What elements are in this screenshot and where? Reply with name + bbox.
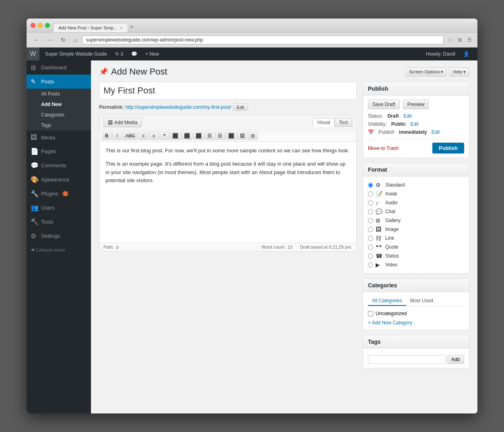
back-button[interactable]: ← <box>31 35 42 45</box>
most-used-tab[interactable]: Most Used <box>406 296 437 306</box>
home-button[interactable]: ⌂ <box>71 35 80 45</box>
bold-button[interactable]: B <box>102 132 112 140</box>
bookmark-icon[interactable]: ☆ <box>446 36 454 44</box>
screen-options-button[interactable]: Screen Options ▾ <box>405 67 447 77</box>
uncategorized-row: Uncategorized <box>368 309 464 318</box>
appearance-icon: 🎨 <box>31 176 39 183</box>
format-label-aside: Aside <box>385 191 397 197</box>
sidebar-item-plugins[interactable]: 🔧 Plugins 1 <box>27 187 91 201</box>
remove-link-button[interactable]: ⛓ <box>215 132 225 140</box>
admin-bar-user-avatar[interactable]: 👤 <box>459 48 473 60</box>
format-radio-aside[interactable] <box>368 191 373 197</box>
tags-input[interactable] <box>368 355 445 364</box>
permalink-url[interactable]: http://supersimplewebsiteguide.com/my-fi… <box>125 104 231 110</box>
visibility-edit-link[interactable]: Edit <box>410 121 419 127</box>
strikethrough-button[interactable]: ABC <box>123 132 138 140</box>
admin-bar-site-name[interactable]: Super Simple Website Guide <box>41 48 111 60</box>
format-radio-chat[interactable] <box>368 209 373 214</box>
format-radio-link[interactable] <box>368 236 373 241</box>
format-option-link[interactable]: ⛓ Link <box>368 234 464 243</box>
sidebar-subitem-tags[interactable]: Tags <box>27 120 91 131</box>
format-option-gallery[interactable]: ⊞ Gallery <box>368 216 464 225</box>
add-tag-button[interactable]: Add <box>447 355 464 364</box>
admin-bar-user-greeting[interactable]: Howdy, David <box>422 48 459 60</box>
maximize-button[interactable] <box>45 23 50 28</box>
align-left-button[interactable]: ⬛ <box>170 132 181 140</box>
align-center-button[interactable]: ⬛ <box>182 132 192 140</box>
sidebar-subitem-categories[interactable]: Categories <box>27 110 91 120</box>
address-bar[interactable] <box>82 35 444 44</box>
tab-close-icon[interactable]: ✕ <box>120 26 123 30</box>
tab-title: Add New Post ‹ Super Simp... <box>58 25 117 30</box>
sidebar-item-pages[interactable]: 📄 Pages <box>27 144 91 158</box>
new-tab-button[interactable]: + <box>128 22 135 32</box>
close-button[interactable] <box>31 23 35 28</box>
format-radio-status[interactable] <box>368 253 373 259</box>
format-option-image[interactable]: 🖼 Image <box>368 225 464 234</box>
save-draft-button[interactable]: Save Draft <box>368 100 400 109</box>
format-radio-quote[interactable] <box>368 245 373 250</box>
post-title-input[interactable] <box>99 82 357 100</box>
italic-button[interactable]: I <box>112 132 122 140</box>
format-radio-image[interactable] <box>368 227 373 232</box>
preview-button[interactable]: Preview <box>403 100 429 109</box>
permalink-edit-button[interactable]: Edit <box>233 104 248 111</box>
visual-tab[interactable]: Visual <box>313 118 335 127</box>
publish-button[interactable]: Publish <box>432 143 464 154</box>
format-option-quote[interactable]: ❝❝ Quote <box>368 243 464 251</box>
sidebar-subitem-add-new[interactable]: Add New <box>27 99 91 110</box>
fullscreen-button[interactable]: ⊞ <box>248 132 258 140</box>
audio-icon: ♪ <box>376 199 383 206</box>
move-to-trash-link[interactable]: Move to Trash <box>368 145 399 151</box>
extensions-icon[interactable]: ⊞ <box>456 36 464 44</box>
format-radio-standard[interactable] <box>368 183 373 188</box>
format-option-status[interactable]: ☎ Status <box>368 251 464 260</box>
sidebar-item-settings[interactable]: ⚙ Settings <box>27 229 91 243</box>
format-option-aside[interactable]: 📝 Aside <box>368 189 464 198</box>
unordered-list-button[interactable]: ≡ <box>138 132 148 140</box>
ordered-list-button[interactable]: ≡ <box>149 132 159 140</box>
sidebar-subitem-all-posts[interactable]: All Posts <box>27 89 91 99</box>
sidebar-item-appearance[interactable]: 🎨 Appearance <box>27 172 91 187</box>
format-option-standard[interactable]: ⚙ Standard <box>368 181 464 189</box>
minimize-button[interactable] <box>38 23 43 28</box>
admin-bar-updates[interactable]: ↻ 3 <box>111 48 127 60</box>
quote-icon: ❝❝ <box>376 244 383 250</box>
admin-bar-new[interactable]: + New <box>141 48 163 60</box>
sidebar-item-dashboard[interactable]: ⊞ Dashboard <box>27 60 91 75</box>
gallery-icon: ⊞ <box>376 217 383 224</box>
format-option-video[interactable]: ▶ Video <box>368 260 464 269</box>
forward-button[interactable]: → <box>44 35 56 45</box>
editor-content[interactable]: This is our first blog post. For now, we… <box>99 142 356 243</box>
text-tab[interactable]: Text <box>335 118 352 127</box>
add-media-button[interactable]: 🖼 Add Media <box>103 118 142 127</box>
sidebar-item-comments[interactable]: 💬 Comments <box>27 158 91 172</box>
blockquote-button[interactable]: ❝ <box>159 132 169 140</box>
format-option-chat[interactable]: 💬 Chat <box>368 207 464 216</box>
sidebar-item-users[interactable]: 👥 Users <box>27 201 91 215</box>
insert-image-button[interactable]: 🖼 <box>238 132 247 140</box>
menu-icon[interactable]: ☰ <box>465 36 473 44</box>
collapse-menu[interactable]: ◀ Collapse menu <box>27 243 91 256</box>
browser-tab[interactable]: Add New Post ‹ Super Simp... ✕ <box>53 23 128 32</box>
format-radio-gallery[interactable] <box>368 218 373 223</box>
sidebar-item-media[interactable]: 🖼 Media <box>27 131 91 144</box>
format-radio-video[interactable] <box>368 262 373 268</box>
format-option-audio[interactable]: ♪ Audio <box>368 198 464 207</box>
publish-time-edit-link[interactable]: Edit <box>432 129 440 135</box>
all-categories-tab[interactable]: All Categories <box>368 296 406 306</box>
help-button[interactable]: Help ▾ <box>449 67 469 77</box>
uncategorized-checkbox[interactable] <box>368 311 373 316</box>
status-value: Draft <box>388 113 399 119</box>
add-new-category-link[interactable]: + Add New Category <box>368 320 464 326</box>
refresh-button[interactable]: ↻ <box>58 35 68 45</box>
sidebar-item-posts[interactable]: ✎ Posts <box>27 75 91 89</box>
tools-icon: 🔨 <box>31 218 39 226</box>
admin-bar-comments[interactable]: 💬 <box>127 48 141 60</box>
format-radio-audio[interactable] <box>368 200 373 206</box>
insert-link-button[interactable]: ⛓ <box>205 132 215 140</box>
status-edit-link[interactable]: Edit <box>403 113 412 119</box>
sidebar-item-tools[interactable]: 🔨 Tools <box>27 215 91 229</box>
align-right-button[interactable]: ⬛ <box>193 132 204 140</box>
insert-more-button[interactable]: ⬛ <box>226 132 237 140</box>
